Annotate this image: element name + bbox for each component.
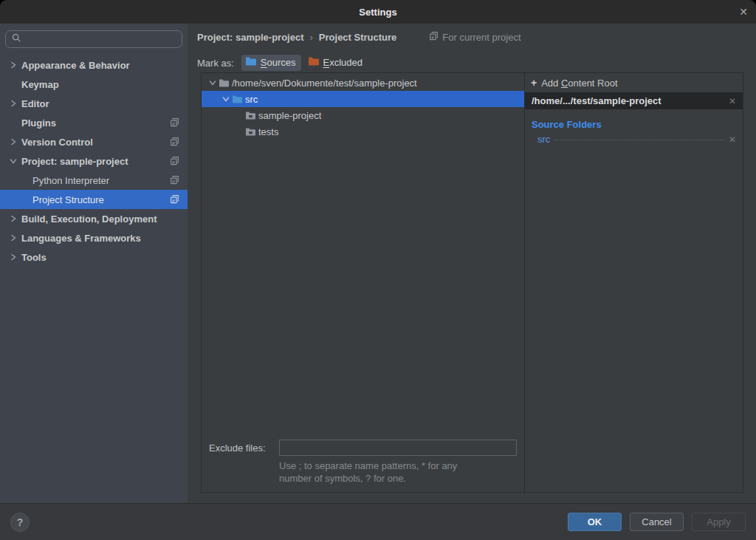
sidebar-item-project-structure[interactable]: Project Structure xyxy=(0,190,188,209)
breadcrumb-project[interactable]: Project: sample-project xyxy=(197,32,304,43)
chevron-right-icon[interactable] xyxy=(9,233,21,242)
mark-as-toolbar: Mark as: Sources Excluded xyxy=(197,53,756,72)
per-project-icon xyxy=(170,137,179,148)
search-box[interactable] xyxy=(5,30,182,48)
source-folders-title: Source Folders xyxy=(532,119,743,130)
tree-row-label: /home/sven/Dokumente/test/sample-project xyxy=(232,78,417,89)
breadcrumb-separator: › xyxy=(310,32,313,43)
for-current-project-note: For current project xyxy=(429,31,520,43)
mark-as-excluded-button[interactable]: Excluded xyxy=(304,55,368,71)
chevron-right-icon[interactable] xyxy=(9,253,21,262)
settings-nav: Appearance & BehaviorKeymapEditorPlugins… xyxy=(0,55,188,503)
sidebar-item-plugins[interactable]: Plugins xyxy=(0,113,188,132)
chevron-right-icon[interactable] xyxy=(9,99,21,108)
dialog-title: Settings xyxy=(359,7,396,18)
sidebar-item-appearance-behavior[interactable]: Appearance & Behavior xyxy=(0,55,188,75)
folder-icon xyxy=(219,78,232,88)
source-folder-entry-src[interactable]: src✕ xyxy=(537,134,736,145)
chevron-down-icon[interactable] xyxy=(9,157,21,165)
sidebar-item-languages-frameworks[interactable]: Languages & Frameworks xyxy=(0,228,188,247)
tree-row-label: tests xyxy=(258,126,278,137)
sidebar-item-tools[interactable]: Tools xyxy=(0,247,188,267)
chevron-down-icon[interactable] xyxy=(206,78,219,87)
sidebar-item-project-sample-project[interactable]: Project: sample-project xyxy=(0,151,188,171)
folder-icon xyxy=(232,95,245,104)
sidebar-item-label: Project: sample-project xyxy=(21,156,128,167)
chevron-placeholder xyxy=(9,80,21,89)
per-project-icon xyxy=(170,194,179,206)
chevron-down-icon[interactable] xyxy=(219,95,232,103)
remove-content-root-icon[interactable]: ✕ xyxy=(729,96,736,106)
per-project-icon xyxy=(170,156,179,168)
sidebar-item-build-execution-deployment[interactable]: Build, Execution, Deployment xyxy=(0,209,188,228)
apply-button[interactable]: Apply xyxy=(692,513,746,531)
mark-as-sources-button[interactable]: Sources xyxy=(241,55,301,71)
sidebar-item-version-control[interactable]: Version Control xyxy=(0,132,188,151)
mark-as-label: Mark as: xyxy=(197,58,234,69)
dialog-footer: ? OK Cancel Apply xyxy=(0,503,756,540)
tree-row-label: src xyxy=(245,94,258,105)
folder-icon xyxy=(245,127,258,137)
folder-icon xyxy=(245,111,258,120)
tree-row-home-sven-dokumente-test-sample-project[interactable]: /home/sven/Dokumente/test/sample-project xyxy=(202,75,524,91)
chevron-right-icon[interactable] xyxy=(9,137,21,146)
chevron-right-icon[interactable] xyxy=(9,61,21,69)
help-button[interactable]: ? xyxy=(10,513,30,532)
settings-dialog: Settings ✕ Appearance & BehaviorKeymapEd… xyxy=(0,0,756,540)
root-properties-panel: + Add Content Root /home/.../test/sample… xyxy=(525,72,743,493)
sidebar-item-label: Version Control xyxy=(21,137,93,148)
content-roots-tree: /home/sven/Dokumente/test/sample-project… xyxy=(202,73,524,140)
sidebar-item-label: Editor xyxy=(21,98,49,109)
remove-source-folder-icon[interactable]: ✕ xyxy=(729,134,736,145)
tree-row-tests[interactable]: tests xyxy=(202,123,524,140)
add-content-root-label: Add Content Root xyxy=(541,78,617,89)
sidebar-item-label: Build, Execution, Deployment xyxy=(21,213,157,225)
sidebar-item-label: Tools xyxy=(21,252,47,263)
source-folders-list: src✕ xyxy=(525,134,743,145)
chevron-right-icon[interactable] xyxy=(9,214,21,223)
sources-folder-icon xyxy=(245,56,257,69)
tree-row-sample-project[interactable]: sample-project xyxy=(202,107,524,123)
exclude-files-label: Exclude files: xyxy=(209,442,279,454)
sidebar-item-label: Plugins xyxy=(21,117,56,129)
titlebar: Settings ✕ xyxy=(0,0,756,24)
exclude-files-hint: Use ; to separate name patterns, * for a… xyxy=(279,460,517,485)
close-icon[interactable]: ✕ xyxy=(735,4,752,20)
chevron-placeholder xyxy=(9,118,21,127)
sidebar-item-label: Keymap xyxy=(21,79,59,90)
search-icon xyxy=(11,33,21,46)
excluded-folder-icon xyxy=(308,56,320,69)
breadcrumb-page: Project Structure xyxy=(319,32,396,43)
settings-sidebar: Appearance & BehaviorKeymapEditorPlugins… xyxy=(0,24,188,503)
tree-row-label: sample-project xyxy=(258,110,321,121)
plus-icon: + xyxy=(531,77,537,89)
per-project-icon xyxy=(170,117,179,129)
content-root-path: /home/.../test/sample-project xyxy=(532,95,662,106)
per-project-icon xyxy=(429,31,439,43)
sources-label: Sources xyxy=(261,57,296,68)
cancel-button[interactable]: Cancel xyxy=(630,513,684,531)
content-root-tree-panel: /home/sven/Dokumente/test/sample-project… xyxy=(201,72,525,493)
main-panel: Project: sample-project › Project Struct… xyxy=(188,24,756,503)
sidebar-item-label: Project Structure xyxy=(32,194,104,205)
dotted-leader xyxy=(554,140,725,140)
exclude-files-section: Exclude files: Use ; to separate name pa… xyxy=(202,440,524,492)
sidebar-item-label: Appearance & Behavior xyxy=(21,60,130,71)
exclude-files-input[interactable] xyxy=(279,440,517,456)
content-root-entry[interactable]: /home/.../test/sample-project ✕ xyxy=(525,92,743,109)
excluded-label: Excluded xyxy=(323,57,362,68)
per-project-icon xyxy=(170,175,179,187)
sidebar-item-label: Languages & Frameworks xyxy=(21,233,141,244)
source-folder-label: src xyxy=(537,134,550,145)
search-input[interactable] xyxy=(25,34,176,45)
add-content-root-button[interactable]: + Add Content Root xyxy=(525,73,743,92)
sidebar-item-label: Python Interpreter xyxy=(32,175,109,186)
sidebar-item-keymap[interactable]: Keymap xyxy=(0,75,188,94)
ok-button[interactable]: OK xyxy=(568,513,622,531)
tree-row-src[interactable]: src xyxy=(202,91,524,107)
sidebar-item-python-interpreter[interactable]: Python Interpreter xyxy=(0,171,188,190)
breadcrumb: Project: sample-project › Project Struct… xyxy=(197,29,746,45)
sidebar-item-editor[interactable]: Editor xyxy=(0,94,188,113)
